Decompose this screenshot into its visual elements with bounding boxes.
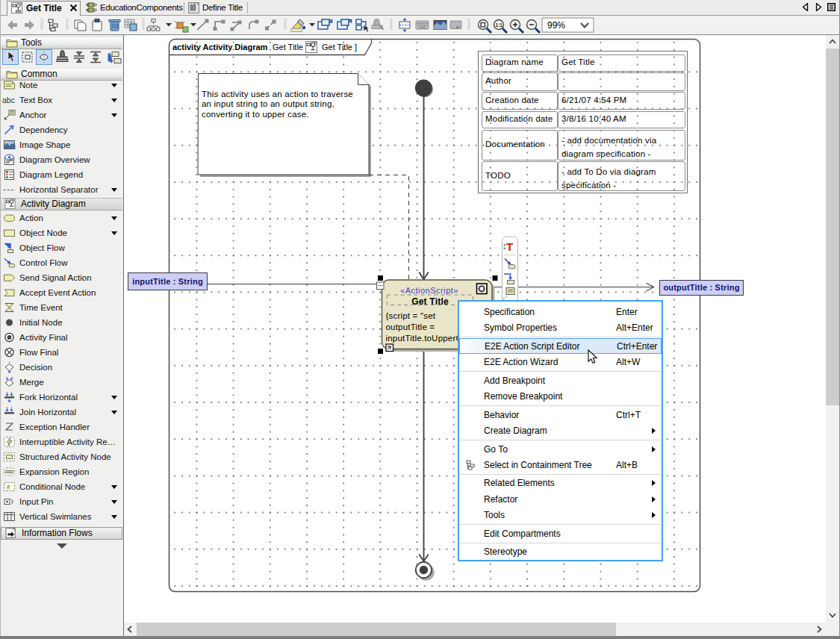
svg-text:99%: 99% <box>547 20 565 31</box>
svg-text:1:1: 1:1 <box>496 22 503 28</box>
svg-text:T: T <box>506 240 513 253</box>
